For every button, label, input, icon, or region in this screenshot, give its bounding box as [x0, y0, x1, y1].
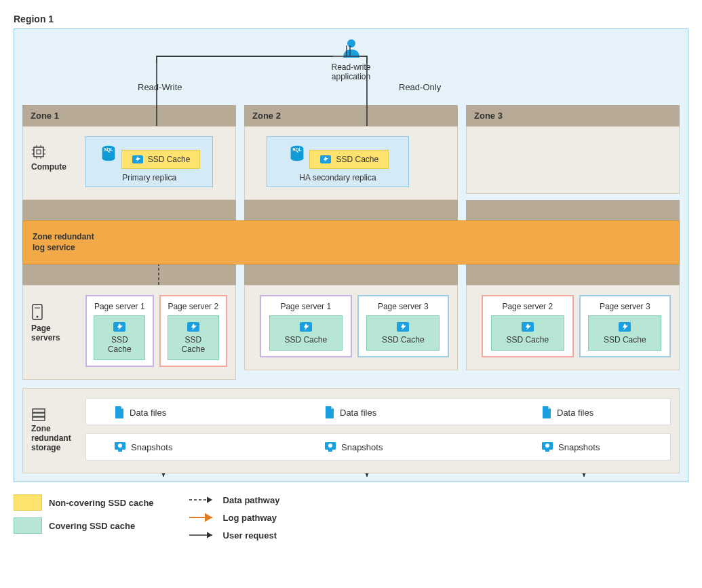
svg-rect-49 — [328, 450, 332, 452]
mid-spacer-top — [22, 200, 680, 220]
log-service: Zone redundant log service — [22, 220, 680, 264]
mid-spacer-bottom — [22, 264, 680, 285]
user-icon — [340, 37, 362, 59]
dashed-arrow-icon — [188, 494, 216, 505]
page-server-ssd: SSD Cache — [168, 315, 219, 360]
top-area: Read-write application Read-Write Read-O… — [22, 37, 680, 105]
legend: Non-covering SSD cache Covering SSD cach… — [14, 494, 688, 541]
application-caption: Read-write application — [331, 62, 370, 82]
primary-replica-caption: Primary replica — [98, 173, 200, 182]
read-write-label: Read-Write — [138, 82, 182, 92]
data-files-z1: Data files — [113, 406, 166, 419]
ssd-icon — [132, 155, 144, 164]
file-icon — [113, 406, 125, 419]
zone3-header: Zone 3 — [466, 105, 680, 126]
page-servers-zone1: Page servers Page server 1 SSD Cache Pag… — [22, 285, 236, 380]
secondary-ssd-cache: SSD Cache — [309, 150, 389, 169]
sql-db-icon: SQL — [287, 144, 307, 164]
page-server-ssd: SSD Cache — [269, 315, 343, 351]
page-server-3-z2: Page server 3 SSD Cache — [357, 295, 450, 357]
snapshots-z1: Snapshots — [113, 441, 172, 453]
zone-headers: Zone 1 Zone 2 Zone 3 — [22, 105, 680, 126]
page-server-ssd: SSD Cache — [94, 315, 145, 360]
compute-zone1: Compute SQL SSD Cache Primary replica — [22, 126, 236, 200]
data-files-row: Data files Data files Data files — [85, 398, 671, 425]
zone1-header: Zone 1 — [22, 105, 236, 126]
orange-arrow-icon — [188, 512, 216, 523]
swatch-yellow — [14, 494, 42, 511]
page-server-ssd: SSD Cache — [491, 315, 564, 351]
svg-text:SQL: SQL — [104, 147, 113, 153]
svg-text:SQL: SQL — [292, 147, 301, 153]
storage-icon — [31, 408, 46, 421]
storage-layer-label: Zone redundant storage — [31, 408, 72, 452]
svg-point-47 — [118, 444, 122, 448]
primary-ssd-cache: SSD Cache — [121, 150, 201, 169]
cpu-icon — [31, 144, 46, 159]
svg-rect-52 — [545, 450, 549, 452]
snapshots-row: Snapshots Snapshots Snapshots — [85, 433, 671, 460]
svg-point-50 — [328, 444, 332, 448]
legend-user-request: User request — [188, 530, 280, 541]
page-server-1-z2: Page server 1 SSD Cache — [260, 295, 352, 357]
svg-rect-46 — [118, 450, 122, 452]
solid-arrow-icon — [188, 530, 216, 541]
storage-layer: Zone redundant storage Data files Data f… — [22, 388, 680, 473]
page-server-1-z1: Page server 1 SSD Cache — [85, 295, 154, 367]
page-servers-label: Page servers — [31, 303, 72, 342]
file-icon — [324, 406, 336, 419]
legend-data-pathway: Data pathway — [188, 494, 280, 505]
svg-rect-43 — [33, 413, 45, 416]
legend-covering: Covering SSD cache — [14, 517, 154, 534]
data-files-z2: Data files — [324, 406, 376, 419]
snapshot-icon — [113, 441, 127, 453]
page-server-3-z3: Page server 3 SSD Cache — [579, 295, 671, 357]
svg-point-0 — [347, 39, 355, 47]
ssd-icon — [113, 321, 126, 332]
data-files-z3: Data files — [541, 406, 593, 419]
region-label: Region 1 — [14, 14, 688, 24]
page-servers-zone3: Page server 2 SSD Cache Page server 3 SS… — [466, 285, 680, 370]
ssd-icon — [521, 321, 534, 332]
ssd-icon — [618, 321, 631, 332]
page-server-ssd: SSD Cache — [366, 315, 440, 351]
ssd-icon — [319, 155, 332, 164]
region-container: Read-write application Read-Write Read-O… — [14, 28, 688, 482]
swatch-green — [14, 517, 42, 534]
read-only-label: Read-Only — [399, 82, 441, 92]
svg-rect-17 — [34, 147, 43, 157]
snapshot-icon — [324, 441, 337, 453]
svg-rect-42 — [33, 409, 45, 412]
page-servers-zone2: Page server 1 SSD Cache Page server 3 SS… — [244, 285, 458, 370]
snapshots-z2: Snapshots — [324, 441, 383, 453]
page-servers-row: Page servers Page server 1 SSD Cache Pag… — [22, 285, 680, 380]
file-icon — [541, 406, 553, 419]
compute-layer-label: Compute — [31, 144, 72, 172]
secondary-replica-caption: HA secondary replica — [279, 173, 396, 182]
secondary-replica: SQL SSD Cache HA secondary replica — [267, 136, 409, 187]
ssd-icon — [299, 321, 313, 332]
page-server-2-z3: Page server 2 SSD Cache — [482, 295, 574, 357]
svg-point-34 — [37, 316, 39, 318]
ssd-icon — [187, 321, 200, 332]
ssd-icon — [396, 321, 410, 332]
legend-noncovering: Non-covering SSD cache — [14, 494, 154, 511]
page-server-2-z1: Page server 2 SSD Cache — [159, 295, 228, 367]
compute-zone2: SQL SSD Cache HA secondary replica — [244, 126, 458, 200]
snapshots-z3: Snapshots — [541, 441, 600, 453]
snapshot-icon — [541, 441, 554, 453]
zone2-header: Zone 2 — [244, 105, 458, 126]
server-icon — [31, 303, 43, 321]
sql-db-icon: SQL — [98, 144, 119, 164]
compute-zone3 — [466, 126, 680, 194]
svg-rect-18 — [37, 150, 41, 154]
svg-point-53 — [545, 444, 549, 448]
primary-replica: SQL SSD Cache Primary replica — [85, 136, 213, 187]
compute-row: Compute SQL SSD Cache Primary replica — [22, 126, 680, 200]
page-server-ssd: SSD Cache — [588, 315, 661, 351]
svg-rect-44 — [33, 417, 45, 420]
application-node: Read-write application — [331, 37, 370, 82]
legend-log-pathway: Log pathway — [188, 512, 280, 523]
